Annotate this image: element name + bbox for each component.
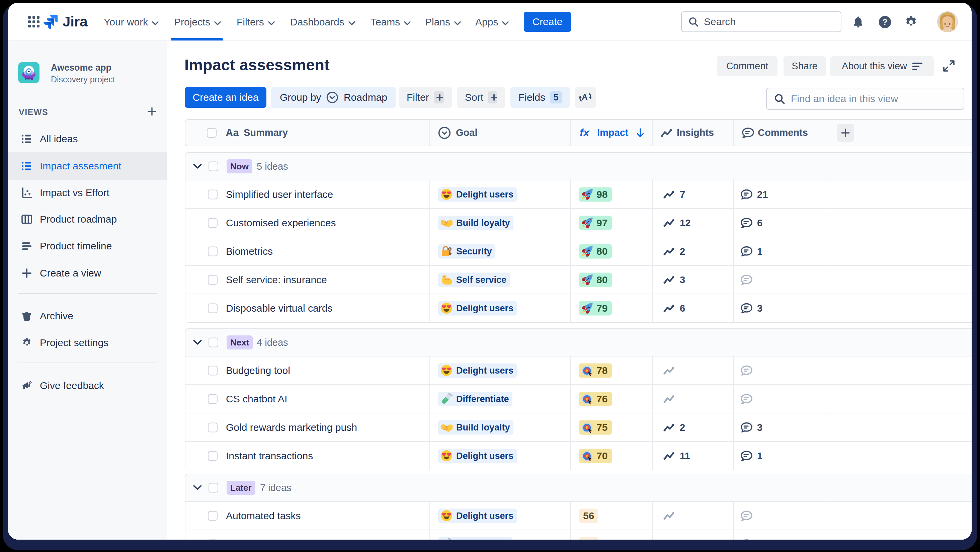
- svg-text:A: A: [582, 92, 587, 102]
- svg-text:?: ?: [883, 17, 888, 27]
